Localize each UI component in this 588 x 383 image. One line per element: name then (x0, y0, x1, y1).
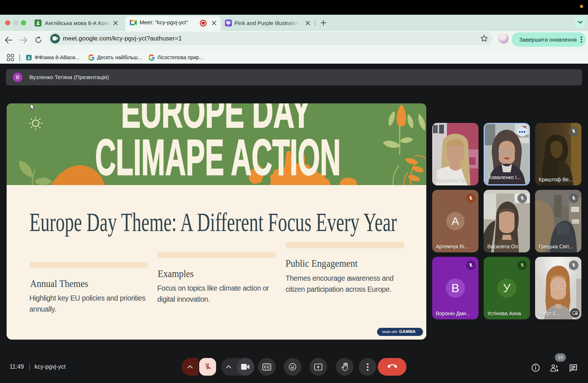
svg-text:Examples: Examples (158, 268, 194, 279)
svg-text:Public Engagement: Public Engagement (286, 258, 358, 269)
svg-text:Annual Themes: Annual Themes (30, 278, 88, 289)
svg-text:Europe Day Theme: A Different: Europe Day Theme: A Different Focus Ever… (29, 208, 397, 237)
svg-text:CLIMAPE ACTION: CLIMAPE ACTION (95, 129, 341, 185)
